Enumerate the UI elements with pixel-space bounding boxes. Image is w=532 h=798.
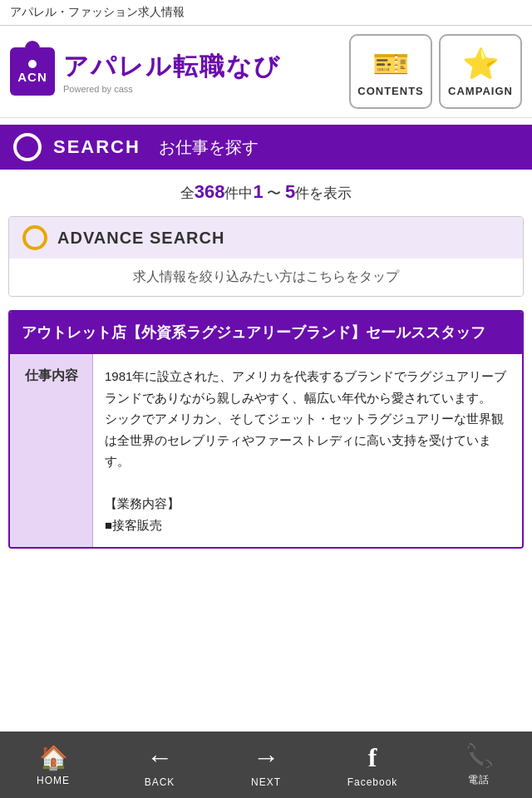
advance-circle-icon (22, 225, 47, 250)
nav-home-label: HOME (37, 775, 70, 786)
logo-powered: Powered by cass (63, 84, 281, 94)
header: ACN アパレル転職なび Powered by cass 🎫 CONTENTS … (0, 26, 532, 118)
search-bar[interactable]: SEARCH お仕事を探す (0, 125, 532, 170)
logo-acn-text: ACN (17, 70, 47, 84)
campaign-button[interactable]: ⭐ CAMPAIGN (439, 34, 522, 109)
next-icon: → (253, 742, 279, 773)
job-body: 仕事内容 1981年に設立された、アメリカを代表するブランドでラグジュアリーブラ… (10, 354, 522, 547)
phone-icon: 📞 (465, 742, 494, 770)
home-icon: 🏠 (39, 744, 68, 771)
count-total: 368 (195, 181, 225, 202)
nav-phone-label: 電話 (468, 773, 490, 787)
logo-area: ACN アパレル転職なび Powered by cass (10, 47, 281, 96)
advance-search-label: ADVANCE SEARCH (57, 229, 224, 248)
count-sep: 〜 (264, 185, 285, 201)
advance-search-header: ADVANCE SEARCH (9, 217, 523, 259)
job-content-text: 1981年に設立された、アメリカを代表するブランドでラグジュアリーブランドであり… (105, 369, 506, 532)
logo-badge: ACN (10, 47, 55, 96)
contents-label: CONTENTS (357, 85, 424, 97)
job-title: アウトレット店【外資系ラグジュアリーブランド】セールススタッフ (10, 312, 522, 354)
job-listing[interactable]: アウトレット店【外資系ラグジュアリーブランド】セールススタッフ 仕事内容 198… (8, 310, 524, 549)
nav-back[interactable]: ← BACK (106, 742, 213, 788)
logo-tag-hole (28, 60, 37, 68)
count-middle: 件中 (224, 185, 253, 201)
campaign-label: CAMPAIGN (448, 85, 513, 97)
logo-text-area: アパレル転職なび Powered by cass (63, 50, 281, 94)
top-bar-text: アパレル・ファッション求人情報 (10, 5, 185, 18)
advance-search-sublabel: 求人情報を絞り込みたい方はこちらをタップ (9, 259, 523, 296)
count-prefix: 全 (180, 185, 195, 201)
nav-facebook-label: Facebook (347, 776, 398, 788)
campaign-icon: ⭐ (462, 47, 500, 81)
count-suffix: 件を表示 (295, 185, 352, 201)
job-content-column: 1981年に設立された、アメリカを代表するブランドでラグジュアリーブランドであり… (93, 354, 522, 547)
facebook-icon: f (368, 742, 377, 773)
advance-search-section[interactable]: ADVANCE SEARCH 求人情報を絞り込みたい方はこちらをタップ (8, 216, 524, 297)
back-icon: ← (146, 742, 173, 773)
bottom-nav: 🏠 HOME ← BACK → NEXT f Facebook 📞 電話 (0, 732, 532, 798)
count-end: 5 (285, 181, 295, 202)
count-bar: 全368件中1 〜 5件を表示 (0, 170, 532, 209)
job-label-column: 仕事内容 (10, 354, 93, 547)
nav-phone[interactable]: 📞 電話 (426, 742, 532, 787)
search-sublabel: お仕事を探す (159, 136, 259, 159)
contents-button[interactable]: 🎫 CONTENTS (349, 34, 432, 109)
search-label: SEARCH (53, 136, 140, 158)
header-buttons: 🎫 CONTENTS ⭐ CAMPAIGN (349, 34, 522, 109)
nav-facebook[interactable]: f Facebook (319, 742, 426, 788)
nav-home[interactable]: 🏠 HOME (0, 744, 106, 786)
contents-icon: 🎫 (372, 47, 410, 81)
top-bar: アパレル・ファッション求人情報 (0, 0, 532, 26)
nav-next-label: NEXT (251, 776, 281, 788)
search-circle-icon (13, 133, 42, 161)
logo-title: アパレル転職なび (63, 50, 281, 84)
nav-next[interactable]: → NEXT (213, 742, 319, 788)
count-start: 1 (253, 181, 263, 202)
nav-back-label: BACK (145, 776, 175, 788)
